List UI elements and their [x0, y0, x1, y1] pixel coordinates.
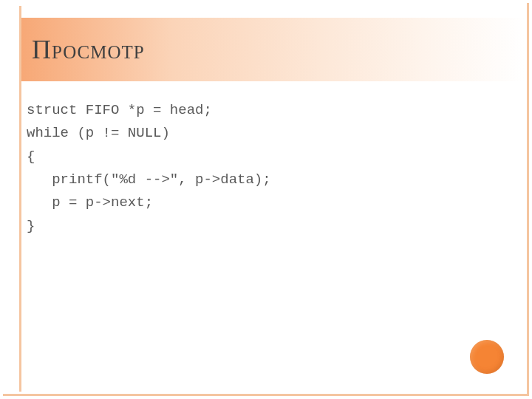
code-line: while (p != NULL) — [27, 125, 170, 141]
code-line: { — [27, 149, 35, 165]
slide-title: Просмотр — [32, 34, 145, 65]
title-band: Просмотр — [21, 18, 525, 81]
code-block: struct FIFO *p = head; while (p != NULL)… — [27, 99, 488, 238]
code-line: printf("%d -->", p->data); — [27, 171, 271, 188]
code-line: } — [27, 218, 35, 234]
code-line: p = p->next; — [27, 194, 153, 211]
slide-frame: Просмотр struct FIFO *p = head; while (p… — [0, 0, 532, 399]
code-line: struct FIFO *p = head; — [27, 102, 212, 118]
accent-circle-icon — [470, 340, 504, 374]
border-bottom — [3, 394, 529, 396]
border-right — [527, 3, 529, 396]
